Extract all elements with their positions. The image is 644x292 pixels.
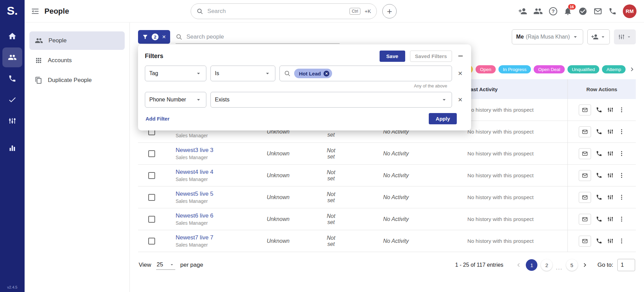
sequence-action-icon[interactable] <box>607 172 614 179</box>
help-icon[interactable]: ? <box>549 7 557 15</box>
filter-toggle-button[interactable]: 2 ✕ <box>138 30 170 44</box>
email-action-icon[interactable] <box>579 148 591 159</box>
status-tag[interactable]: In Progress <box>498 65 531 73</box>
status-tag[interactable]: Unqualified <box>567 65 600 73</box>
add-person-dropdown-button[interactable] <box>587 29 610 44</box>
saved-filters-button[interactable]: Saved Filters <box>410 51 452 62</box>
call-action-icon[interactable] <box>596 150 602 157</box>
row-checkbox[interactable] <box>148 194 155 201</box>
filter-value-input[interactable]: Hot Lead ✕ <box>279 66 452 81</box>
page-button-2[interactable]: 2 <box>541 259 552 271</box>
app-logo[interactable]: S. <box>7 4 18 17</box>
global-search[interactable]: Ctrl +K <box>191 3 377 19</box>
call-action-icon[interactable] <box>596 216 602 222</box>
row-actions <box>567 208 636 230</box>
call-icon[interactable] <box>608 7 617 15</box>
save-filter-button[interactable]: Save <box>380 51 405 62</box>
email-action-icon[interactable] <box>579 192 591 203</box>
more-action-icon[interactable] <box>618 150 625 157</box>
status-tag[interactable]: Open Deal <box>534 65 565 73</box>
row-checkbox[interactable] <box>148 172 155 179</box>
status-tag[interactable]: Open <box>476 65 496 73</box>
person-name-link[interactable]: Newest3 live 3 <box>176 147 247 154</box>
row-actions <box>567 143 636 164</box>
sidebar-item-people[interactable]: People <box>29 31 125 50</box>
filter-operator-dropdown[interactable]: Is <box>210 66 275 81</box>
global-search-input[interactable] <box>207 8 345 15</box>
email-action-icon[interactable] <box>579 170 591 181</box>
quick-add-button[interactable]: + <box>382 4 397 18</box>
avatar[interactable]: RM <box>623 4 636 18</box>
scroll-tags-right-icon[interactable] <box>628 66 636 73</box>
row-checkbox[interactable] <box>148 216 155 223</box>
bar-chart-icon <box>8 144 16 152</box>
call-action-icon[interactable] <box>596 172 602 179</box>
goto-page-input[interactable] <box>617 259 635 271</box>
add-filter-link[interactable]: Add Filter <box>146 116 169 122</box>
more-action-icon[interactable] <box>618 172 625 179</box>
status-tag[interactable]: Attemp <box>602 65 626 73</box>
add-person-icon[interactable] <box>518 7 527 16</box>
sequence-action-icon[interactable] <box>607 194 614 200</box>
more-action-icon[interactable] <box>618 194 625 200</box>
page-button-last[interactable]: 5 <box>566 259 578 271</box>
row-checkbox[interactable] <box>148 150 155 157</box>
table-row: Newest3 live 3Sales Manager Unknown Not … <box>138 143 636 165</box>
rail-item-home[interactable] <box>2 26 22 46</box>
filter-operator-dropdown[interactable]: Exists <box>210 92 452 108</box>
sequence-action-icon[interactable] <box>607 107 614 113</box>
row-checkbox[interactable] <box>148 238 155 245</box>
sequence-action-icon[interactable] <box>607 128 614 135</box>
email-action-icon[interactable] <box>579 214 591 225</box>
person-name-link[interactable]: Newest7 live 7 <box>176 234 247 241</box>
apply-filters-button[interactable]: Apply <box>429 113 457 124</box>
remove-chip-icon[interactable]: ✕ <box>324 71 329 77</box>
email-action-icon[interactable] <box>579 126 591 137</box>
per-page-dropdown[interactable]: 25 <box>156 261 176 270</box>
rail-item-people[interactable] <box>2 47 22 67</box>
remove-filter-row-icon[interactable]: ✕ <box>456 70 464 77</box>
collapse-menu-icon[interactable] <box>31 7 40 16</box>
filter-field-dropdown[interactable]: Tag <box>145 66 206 81</box>
person-name-link[interactable]: Newest6 live 6 <box>176 212 247 219</box>
people-search-input[interactable] <box>187 33 340 40</box>
more-action-icon[interactable] <box>618 216 625 222</box>
sequence-action-icon[interactable] <box>607 150 614 157</box>
email-action-icon[interactable] <box>579 236 591 247</box>
toolbar-right: Me (Raja Musa Khan) <box>512 29 636 44</box>
call-action-icon[interactable] <box>596 128 602 135</box>
add-group-icon[interactable] <box>533 6 543 16</box>
sidebar-item-accounts[interactable]: Accounts <box>29 51 125 70</box>
more-action-icon[interactable] <box>618 107 625 113</box>
rail-item-sequences[interactable] <box>2 111 22 131</box>
rail-item-tasks[interactable] <box>2 90 22 110</box>
sidebar-item-duplicate-people[interactable]: Duplicate People <box>29 71 125 89</box>
page-button-1[interactable]: 1 <box>526 259 537 271</box>
next-page-icon[interactable] <box>581 261 589 269</box>
sequence-action-icon[interactable] <box>607 216 614 222</box>
rail-item-reports[interactable] <box>2 138 22 158</box>
task-check-icon[interactable] <box>578 7 587 16</box>
sequence-action-icon[interactable] <box>607 238 614 244</box>
call-action-icon[interactable] <box>596 194 602 200</box>
mail-icon[interactable] <box>593 7 602 16</box>
more-action-icon[interactable] <box>618 238 625 244</box>
call-action-icon[interactable] <box>596 107 602 113</box>
filter-field-dropdown[interactable]: Phone Number <box>145 92 206 108</box>
cell-unknown: Unknown <box>247 238 309 244</box>
owner-filter-dropdown[interactable]: Me (Raja Musa Khan) <box>512 29 583 44</box>
prev-page-icon[interactable] <box>515 261 522 269</box>
person-name-link[interactable]: Newest4 live 4 <box>176 169 247 176</box>
remove-filter-row-icon[interactable]: ✕ <box>456 96 464 103</box>
email-action-icon[interactable] <box>579 105 591 115</box>
clear-filters-icon[interactable]: ✕ <box>162 34 166 40</box>
people-search[interactable] <box>176 30 340 44</box>
rail-item-calls[interactable] <box>2 69 22 88</box>
more-action-icon[interactable] <box>618 128 625 135</box>
call-action-icon[interactable] <box>596 238 602 244</box>
notifications-bell-icon[interactable]: 16 <box>563 7 572 16</box>
column-settings-button[interactable] <box>614 29 636 44</box>
collapse-panel-icon[interactable] <box>457 52 464 60</box>
table-row: Newest4 live 4Sales Manager Unknown Not … <box>138 165 636 186</box>
person-name-link[interactable]: Newest5 live 5 <box>176 191 247 197</box>
